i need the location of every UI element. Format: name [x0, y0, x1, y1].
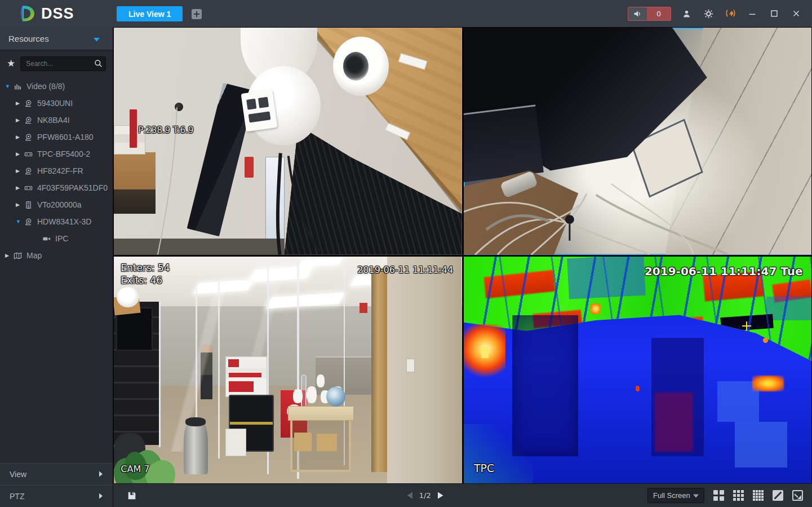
plant — [114, 435, 184, 483]
user-account-button[interactable] — [680, 7, 693, 20]
tree-item-map[interactable]: ▶Map — [0, 247, 113, 264]
chevron-right-icon[interactable]: ▶ — [16, 202, 24, 208]
fullscreen-button[interactable] — [792, 490, 803, 501]
layout-9-split-button[interactable] — [733, 490, 744, 501]
close-icon — [791, 8, 801, 19]
gear-icon — [704, 9, 713, 19]
speaker-icon — [628, 7, 647, 20]
screen-mode-value: Full Screen — [653, 491, 690, 500]
app-title: DSS — [41, 5, 74, 23]
tree-item-59430uni[interactable]: ▶59430UNI — [0, 95, 113, 112]
chevron-right-icon[interactable]: ▶ — [5, 253, 14, 258]
grid-3x3-icon — [733, 490, 744, 501]
vto-icon — [24, 201, 37, 209]
save-icon — [127, 491, 137, 501]
ptz-panel-header[interactable]: PTZ — [0, 485, 113, 507]
favorites-star-icon[interactable]: ★ — [7, 59, 15, 68]
tree-item-label: IPC — [55, 234, 68, 243]
ptz-position-osd: P:238.9 T:6.9 — [138, 125, 193, 135]
minimize-icon — [747, 8, 757, 19]
tree-item-tpc-bf5400-2[interactable]: ▶TPC-BF5400-2 — [0, 146, 113, 162]
video-pane-office[interactable]: Enters: 54 Exits: 46 2019-06-11 11:11:44… — [114, 257, 462, 484]
chevron-right-icon[interactable]: ▶ — [16, 185, 24, 191]
dome-camera-icon — [24, 116, 37, 125]
tab-label: Live View 1 — [128, 10, 171, 19]
previous-page-button[interactable] — [407, 492, 413, 499]
chevron-right-icon[interactable]: ▶ — [16, 151, 24, 157]
tree-item-pfw8601-a180[interactable]: ▶PFW8601-A180 — [0, 129, 113, 146]
tree-item-ipc[interactable]: IPC — [0, 230, 113, 247]
chevron-right-icon — [99, 470, 103, 479]
globe — [326, 387, 346, 407]
tree-item-video-8-8[interactable]: ▼Video (8/8) — [0, 78, 113, 95]
maximize-button[interactable] — [767, 7, 781, 20]
tree-item-label: PFW8601-A180 — [37, 133, 94, 142]
timestamp-osd: 2019-06-11 11:11:47 Tue — [645, 264, 803, 278]
dome-camera-icon — [24, 167, 37, 175]
camera-name-osd: CAM 7 — [121, 464, 149, 474]
chevron-down-icon[interactable]: ▼ — [16, 219, 24, 224]
alarm-center-button[interactable]: 0 — [628, 7, 671, 21]
chevron-right-icon[interactable]: ▶ — [16, 134, 24, 140]
tree-item-label: Map — [26, 251, 42, 260]
tree-item-label: VTo200000a — [37, 200, 82, 209]
titlebar-controls: 0 — [628, 7, 812, 21]
sidebar-bottom-panels: View PTZ — [0, 463, 113, 507]
performance-monitor-button[interactable] — [724, 7, 737, 20]
tree-item-4f03f59pak51df0[interactable]: ▶4F03F59PAK51DF0 — [0, 179, 113, 196]
close-button[interactable] — [789, 7, 803, 20]
layout-controls: Full Screen — [647, 488, 812, 503]
maximize-icon — [769, 8, 779, 19]
ipc-camera-icon — [42, 235, 55, 243]
matrix-icon — [14, 82, 26, 91]
screen-mode-select[interactable]: Full Screen — [647, 488, 704, 503]
tab-live-view-1[interactable]: Live View 1 — [117, 6, 183, 21]
layout-16-split-button[interactable] — [753, 490, 764, 501]
chevron-down-icon — [94, 34, 100, 43]
tree-item-label: TPC-BF5400-2 — [37, 149, 90, 158]
search-icon[interactable] — [94, 59, 103, 70]
fullscreen-icon — [792, 490, 803, 501]
tree-item-hf8242f-fr[interactable]: ▶HF8242F-FR — [0, 162, 113, 179]
edit-layout-icon — [773, 490, 783, 501]
tree-item-label: 59430UNI — [37, 99, 73, 108]
dome-camera-icon — [24, 99, 37, 108]
video-pane-desk[interactable] — [464, 28, 812, 255]
video-pane-thermal[interactable]: 2019-06-11 11:11:47 Tue TPC — [464, 257, 812, 484]
resources-panel-header[interactable]: Resources — [0, 27, 113, 50]
view-panel-header[interactable]: View — [0, 463, 113, 485]
custom-split-button[interactable] — [773, 490, 783, 501]
chevron-down-icon[interactable]: ▼ — [5, 83, 14, 89]
add-tab-button[interactable] — [192, 9, 202, 19]
grid-2x2-icon — [713, 490, 724, 501]
next-page-button[interactable] — [437, 492, 443, 499]
device-tree: ▼Video (8/8)▶59430UNI▶NK8BA4I▶PFW8601-A1… — [0, 77, 113, 264]
chevron-right-icon[interactable]: ▶ — [16, 168, 24, 174]
save-view-button[interactable] — [127, 491, 137, 501]
chevron-right-icon[interactable]: ▶ — [16, 100, 24, 106]
chevron-right-icon[interactable]: ▶ — [16, 117, 24, 123]
chevron-right-icon — [437, 492, 443, 499]
tree-item-vto200000a[interactable]: ▶VTo200000a — [0, 196, 113, 213]
tree-item-nk8ba4i[interactable]: ▶NK8BA4I — [0, 112, 113, 129]
layout-4-split-button[interactable] — [713, 490, 724, 501]
dome-camera-icon — [24, 218, 37, 226]
titlebar: DSS Live View 1 0 — [0, 0, 812, 27]
video-pane-camera-wall[interactable]: P:238.9 T:6.9 — [114, 28, 462, 255]
tree-item-label: NK8BA4I — [37, 116, 70, 125]
tree-item-label: HDW8341X-3D — [37, 217, 91, 226]
search-input[interactable] — [20, 56, 106, 71]
settings-button[interactable] — [702, 7, 715, 20]
thermal-hotspot — [464, 324, 505, 379]
resources-sidebar: Resources ★ ▼Video (8/8)▶59430UNI▶NK8BA4… — [0, 27, 113, 507]
page-navigation: 1/2 — [407, 491, 443, 500]
chevron-right-icon — [99, 492, 103, 501]
map-icon — [14, 252, 26, 260]
minimize-button[interactable] — [746, 7, 759, 20]
live-view-area: P:238.9 T:6.9 — [113, 27, 812, 507]
chevron-down-icon — [693, 491, 699, 500]
exit-sign — [360, 303, 367, 313]
trash-can — [184, 417, 208, 474]
grid-4x4-icon — [753, 490, 764, 501]
tree-item-hdw8341x-3d[interactable]: ▼HDW8341X-3D — [0, 213, 113, 230]
